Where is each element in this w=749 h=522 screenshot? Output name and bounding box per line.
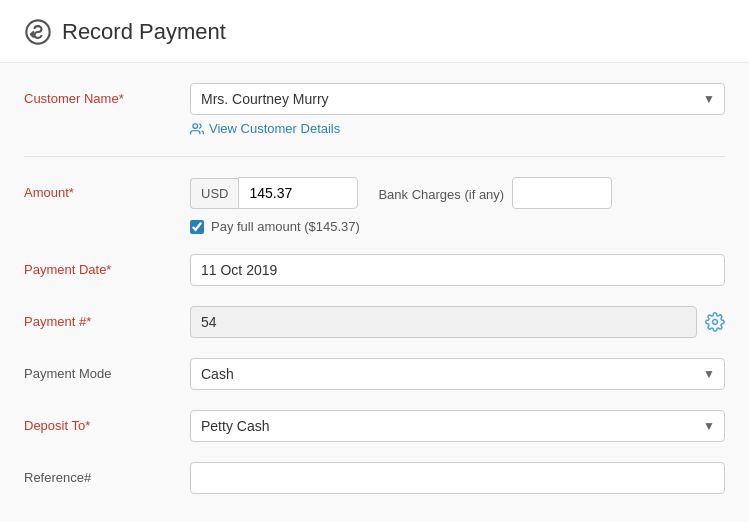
pay-full-checkbox[interactable]	[190, 220, 204, 234]
amount-input[interactable]	[238, 177, 358, 209]
bank-charges-input[interactable]	[512, 177, 612, 209]
deposit-to-label: Deposit To*	[24, 410, 174, 433]
deposit-to-select[interactable]: Petty Cash Checking Account Savings Acco…	[190, 410, 725, 442]
payment-num-input-row	[190, 306, 725, 338]
pay-full-label[interactable]: Pay full amount ($145.37)	[211, 219, 360, 234]
view-customer-link[interactable]: View Customer Details	[190, 121, 725, 136]
section-divider-1	[24, 156, 725, 157]
svg-point-1	[193, 123, 198, 128]
payment-date-row: Payment Date*	[24, 254, 725, 286]
pay-full-row: Pay full amount ($145.37)	[190, 219, 725, 234]
payment-num-row: Payment #*	[24, 306, 725, 338]
reference-row: Reference#	[24, 462, 725, 494]
payment-mode-row: Payment Mode Cash Check Credit Card Bank…	[24, 358, 725, 390]
amount-label: Amount*	[24, 177, 174, 200]
payment-mode-label: Payment Mode	[24, 358, 174, 381]
record-payment-icon	[24, 18, 52, 46]
settings-icon[interactable]	[705, 312, 725, 332]
page-title: Record Payment	[62, 19, 226, 45]
reference-input[interactable]	[190, 462, 725, 494]
payment-num-label: Payment #*	[24, 306, 174, 329]
payment-num-input[interactable]	[190, 306, 697, 338]
deposit-to-row: Deposit To* Petty Cash Checking Account …	[24, 410, 725, 442]
payment-mode-select-wrapper: Cash Check Credit Card Bank Transfer ▼	[190, 358, 725, 390]
payment-mode-controls: Cash Check Credit Card Bank Transfer ▼	[190, 358, 725, 390]
reference-controls	[190, 462, 725, 494]
view-customer-text: View Customer Details	[209, 121, 340, 136]
customer-name-row: Customer Name* Mrs. Courtney Murry ▼ Vie…	[24, 83, 725, 136]
payment-num-controls	[190, 306, 725, 338]
svg-point-2	[713, 320, 718, 325]
page-header: Record Payment	[0, 0, 749, 63]
payment-date-controls	[190, 254, 725, 286]
amount-inputs-row: USD Bank Charges (if any)	[190, 177, 725, 209]
bank-charges-label: Bank Charges (if any)	[378, 185, 504, 202]
deposit-to-select-wrapper: Petty Cash Checking Account Savings Acco…	[190, 410, 725, 442]
amount-controls: USD Bank Charges (if any) Pay full amoun…	[190, 177, 725, 234]
deposit-to-controls: Petty Cash Checking Account Savings Acco…	[190, 410, 725, 442]
payment-date-input[interactable]	[190, 254, 725, 286]
customer-name-controls: Mrs. Courtney Murry ▼ View Customer Deta…	[190, 83, 725, 136]
customer-name-select-wrapper: Mrs. Courtney Murry ▼	[190, 83, 725, 115]
user-details-icon	[190, 122, 204, 136]
amount-row: Amount* USD Bank Charges (if any) Pay fu…	[24, 177, 725, 234]
reference-label: Reference#	[24, 462, 174, 485]
payment-mode-select[interactable]: Cash Check Credit Card Bank Transfer	[190, 358, 725, 390]
form-body: Customer Name* Mrs. Courtney Murry ▼ Vie…	[0, 63, 749, 522]
payment-date-label: Payment Date*	[24, 254, 174, 277]
customer-name-select[interactable]: Mrs. Courtney Murry	[190, 83, 725, 115]
currency-label: USD	[190, 178, 238, 209]
customer-name-label: Customer Name*	[24, 83, 174, 106]
